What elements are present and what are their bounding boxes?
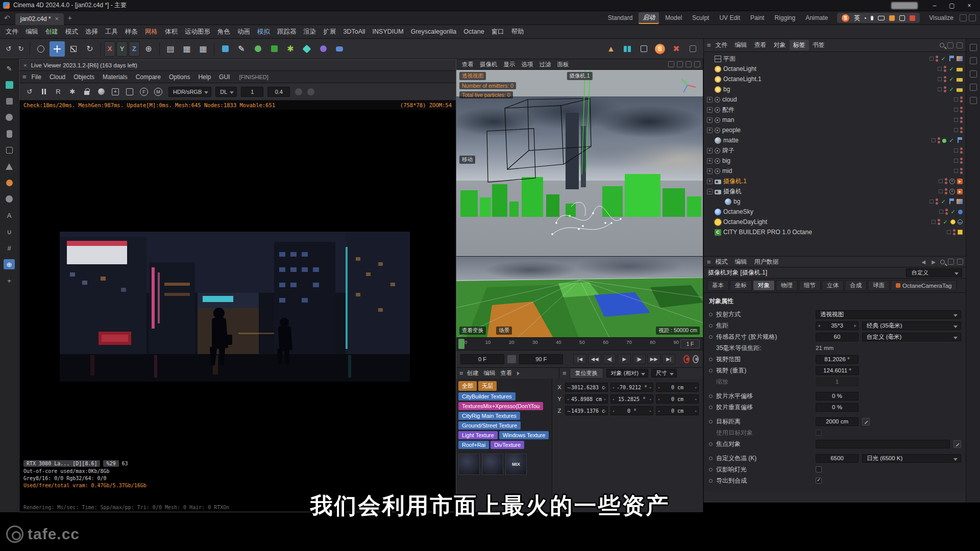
- menu-item[interactable]: 角色: [214, 26, 234, 38]
- live-viewer-menu-item[interactable]: File: [28, 72, 45, 82]
- object-row[interactable]: cloud: [704, 94, 966, 105]
- transport-button[interactable]: ▶|: [662, 354, 675, 364]
- focus-object-field[interactable]: [816, 440, 950, 448]
- target-distance-field[interactable]: 2000 cm: [816, 417, 859, 426]
- expander-icon[interactable]: [707, 117, 713, 123]
- tool-icon[interactable]: ⊕: [3, 258, 16, 270]
- colorspace-dropdown[interactable]: HDR/sRGB: [168, 87, 211, 97]
- visibility-dots[interactable]: [944, 66, 946, 72]
- layer-slot[interactable]: [954, 128, 958, 132]
- history-back-icon[interactable]: ◀: [920, 259, 927, 265]
- object-tag-2[interactable]: [957, 68, 963, 71]
- layer-button[interactable]: Ground/Street Texture: [458, 421, 521, 430]
- visibility-dots[interactable]: [960, 107, 963, 113]
- keyframe-dot[interactable]: [709, 394, 713, 398]
- live-viewer-menu-item[interactable]: Options: [165, 72, 194, 82]
- keyframe-dot[interactable]: [709, 358, 713, 361]
- live-viewer-tool-icon[interactable]: [95, 86, 107, 98]
- object-row[interactable]: bg: [704, 196, 966, 207]
- rotation-z-field[interactable]: 0 °: [610, 406, 653, 415]
- layer-button[interactable]: Roof+Rai: [458, 441, 489, 449]
- rotation-x-field[interactable]: -70.9212 °: [610, 383, 653, 392]
- live-viewer-tool-icon[interactable]: [81, 86, 93, 98]
- layer-menu-item[interactable]: 编辑: [481, 369, 498, 378]
- export-comp-checkbox[interactable]: [816, 478, 822, 484]
- live-viewer-menu-item[interactable]: Materials: [99, 72, 132, 82]
- ime-logo-icon[interactable]: S: [842, 14, 849, 22]
- object-tag-2[interactable]: [958, 210, 963, 214]
- tool-icon[interactable]: A: [3, 209, 16, 221]
- visibility-dots[interactable]: [960, 117, 963, 123]
- menu-item[interactable]: 编辑: [22, 26, 42, 38]
- menu-item[interactable]: 扩展: [320, 26, 340, 38]
- object-tag-1[interactable]: [940, 198, 946, 205]
- object-row[interactable]: CITY BUILDER PRO 1.0 Octane: [704, 227, 966, 237]
- path-icon[interactable]: [957, 42, 963, 48]
- record-icon[interactable]: [683, 355, 690, 363]
- transport-button[interactable]: ▶: [618, 354, 631, 364]
- picker-icon[interactable]: [953, 440, 961, 448]
- workspace-tab[interactable]: Animate: [801, 13, 832, 22]
- layer-slot[interactable]: [954, 169, 958, 173]
- material-thumbnail[interactable]: [458, 454, 480, 475]
- dynamics-icon[interactable]: [315, 41, 331, 57]
- live-viewer-menu-item[interactable]: Help: [194, 72, 215, 82]
- object-tag-2[interactable]: [957, 78, 963, 82]
- object-tag-2[interactable]: [948, 137, 954, 143]
- tab-close-icon[interactable]: ×: [55, 15, 59, 22]
- workspace-tab-visualize[interactable]: Visualize: [925, 13, 958, 22]
- attribute-tab[interactable]: 对象: [753, 280, 775, 291]
- zoom-view-icon[interactable]: [677, 61, 683, 67]
- octane-render-icon[interactable]: ✖: [669, 41, 684, 57]
- live-viewer-close-icon[interactable]: ×: [23, 62, 27, 68]
- keyframe-dot[interactable]: [709, 420, 713, 423]
- object-tag-2[interactable]: [957, 88, 963, 92]
- maximize-button[interactable]: ▢: [944, 1, 960, 10]
- workspace-tab[interactable]: Rigging: [770, 13, 799, 22]
- live-viewer-tool-icon[interactable]: ↺: [23, 86, 36, 98]
- rotation-y-field[interactable]: 15.2825 °: [610, 394, 653, 404]
- keyframe-dot[interactable]: [709, 468, 713, 471]
- lock-icon[interactable]: [948, 259, 954, 265]
- visibility-dots[interactable]: [938, 137, 940, 143]
- maximize-view-icon[interactable]: [694, 61, 700, 67]
- live-viewer-tool-icon[interactable]: [38, 86, 50, 98]
- transport-button[interactable]: |▶: [632, 354, 646, 364]
- object-manager-menu-item[interactable]: 编辑: [731, 40, 751, 51]
- layer-slot[interactable]: [929, 57, 934, 61]
- film-offset-y-field[interactable]: 0 %: [816, 403, 859, 412]
- white-balance-field[interactable]: 6500: [816, 454, 859, 463]
- object-manager-menu-item[interactable]: 文件: [712, 40, 731, 51]
- menu-item[interactable]: 样条: [121, 26, 141, 38]
- object-tag-2[interactable]: [957, 179, 963, 184]
- minimize-button[interactable]: –: [927, 1, 942, 10]
- layer-button[interactable]: CityBuilder Textures: [458, 392, 516, 400]
- position-z-field[interactable]: -1439.1376 c: [565, 406, 608, 415]
- projection-dropdown[interactable]: 透视视图: [816, 310, 961, 319]
- add-tab-icon[interactable]: +: [68, 14, 72, 22]
- microphone-icon[interactable]: [871, 16, 873, 20]
- visibility-dots[interactable]: [960, 127, 963, 133]
- object-tag-3[interactable]: [957, 56, 963, 61]
- object-manager-menu-item[interactable]: 对象: [770, 40, 790, 51]
- transport-button[interactable]: |◀: [573, 354, 586, 364]
- visibility-dots[interactable]: [945, 209, 948, 215]
- start-frame-field[interactable]: 0 F: [460, 354, 504, 364]
- reset-transform-button[interactable]: 复位变换: [570, 368, 603, 379]
- ime-language-toggle[interactable]: 英: [854, 14, 860, 22]
- attribute-tab[interactable]: 球面: [868, 280, 890, 291]
- workplane-icon[interactable]: ▦: [195, 41, 211, 57]
- tool-icon[interactable]: [3, 160, 16, 172]
- tool-icon[interactable]: [3, 193, 16, 205]
- back-arrow-icon[interactable]: ↶: [4, 14, 10, 22]
- tool-icon[interactable]: [3, 128, 16, 140]
- attribute-tab[interactable]: OctaneCameraTag: [891, 280, 957, 291]
- menu-item[interactable]: 运动图形: [181, 26, 214, 38]
- menu-item[interactable]: 动画: [234, 26, 254, 38]
- object-row[interactable]: OctaneLight: [704, 64, 966, 74]
- film-offset-x-field[interactable]: 0 %: [816, 392, 859, 400]
- expander-icon[interactable]: [707, 179, 713, 184]
- object-row[interactable]: big: [704, 156, 966, 166]
- tool-icon[interactable]: #: [3, 242, 16, 254]
- size-mode-dropdown[interactable]: 尺寸: [651, 369, 677, 378]
